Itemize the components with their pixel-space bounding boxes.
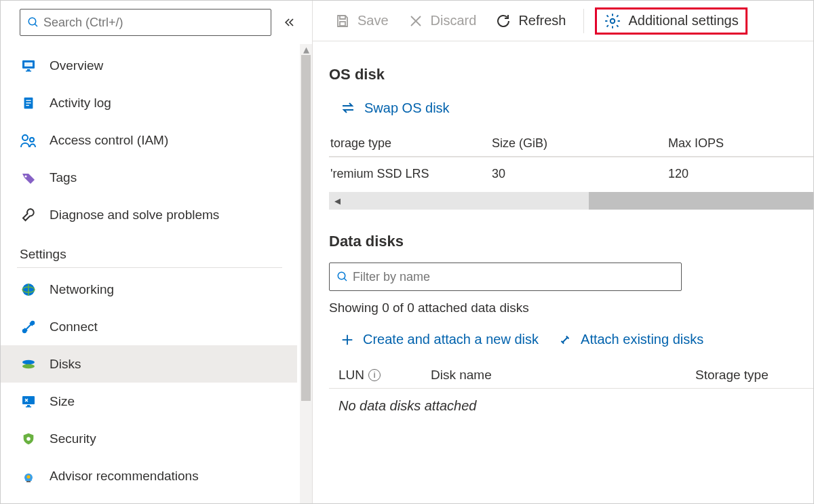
search-icon <box>27 16 39 28</box>
monitor-icon <box>20 57 37 75</box>
main: Save Discard Refresh Additional settings… <box>313 1 813 503</box>
wrench-icon <box>20 206 37 224</box>
sidebar-item-label: Advisor recommendations <box>50 469 199 484</box>
sidebar-item-advisor[interactable]: Advisor recommendations <box>1 457 297 495</box>
svg-point-22 <box>26 437 31 441</box>
link-label: Swap OS disk <box>364 100 450 116</box>
svg-point-11 <box>30 138 34 142</box>
scrollbar-thumb[interactable] <box>589 192 813 210</box>
sidebar-item-label: Diagnose and solve problems <box>50 208 219 222</box>
refresh-icon <box>495 13 511 29</box>
svg-point-12 <box>24 175 26 177</box>
col-lun: LUN <box>338 368 364 383</box>
svg-line-30 <box>344 278 347 281</box>
svg-rect-9 <box>26 104 29 105</box>
sidebar-scrollbar[interactable]: ▴ <box>300 44 312 503</box>
sidebar-item-diagnose[interactable]: Diagnose and solve problems <box>1 196 297 233</box>
sidebar-item-label: Disks <box>50 357 81 372</box>
sidebar-item-overview[interactable]: Overview <box>1 47 297 84</box>
sidebar-item-label: Access control (IAM) <box>50 133 168 148</box>
link-label: Attach existing disks <box>581 332 703 347</box>
sidebar-item-tags[interactable]: Tags <box>1 159 297 196</box>
toolbar: Save Discard Refresh Additional settings <box>313 1 813 41</box>
data-disks-heading: Data disks <box>329 233 813 250</box>
svg-rect-19 <box>22 396 35 404</box>
no-data-disks-message: No data disks attached <box>329 389 813 414</box>
svg-point-23 <box>27 475 31 478</box>
info-icon[interactable]: i <box>368 369 381 381</box>
sidebar-item-label: Activity log <box>50 96 111 111</box>
toolbar-label: Discard <box>431 13 477 28</box>
sidebar-item-activity-log[interactable]: Activity log <box>1 84 297 121</box>
search-box[interactable] <box>20 9 271 36</box>
size-icon <box>20 393 37 410</box>
col-disk-name: Disk name <box>431 368 695 383</box>
toolbar-label: Refresh <box>518 13 566 28</box>
os-val-max-iops: 120 <box>668 167 813 181</box>
sidebar-item-label: Security <box>50 431 96 446</box>
chevron-double-left-icon <box>283 16 296 29</box>
search-input[interactable] <box>39 13 264 33</box>
toolbar-label: Additional settings <box>628 13 738 28</box>
save-button[interactable]: Save <box>328 9 395 33</box>
os-val-size: 30 <box>492 167 668 181</box>
scroll-up-icon: ▴ <box>300 44 312 55</box>
svg-rect-25 <box>340 22 345 26</box>
svg-point-18 <box>22 364 35 368</box>
sidebar-section-settings: Settings <box>17 233 282 268</box>
svg-rect-20 <box>27 405 30 406</box>
sidebar-item-disks[interactable]: Disks <box>1 345 297 383</box>
tag-icon <box>20 169 37 187</box>
search-icon <box>336 271 349 283</box>
svg-rect-21 <box>26 406 31 408</box>
create-attach-disk-button[interactable]: Create and attach a new disk <box>340 332 539 347</box>
svg-rect-7 <box>26 100 31 100</box>
swap-os-disk-button[interactable]: Swap OS disk <box>340 100 450 116</box>
svg-rect-4 <box>27 69 30 71</box>
toolbar-separator <box>583 9 584 33</box>
scroll-left-icon: ◂ <box>329 193 345 208</box>
svg-point-10 <box>22 135 28 140</box>
sidebar-item-connect[interactable]: Connect <box>1 308 297 345</box>
x-icon <box>408 13 424 29</box>
refresh-button[interactable]: Refresh <box>488 9 573 33</box>
content: OS disk Swap OS disk torage type Size (G… <box>313 41 813 414</box>
col-storage-type: Storage type <box>695 368 813 383</box>
disk-actions: Create and attach a new disk Attach exis… <box>340 332 813 347</box>
svg-point-15 <box>31 321 34 324</box>
filter-input[interactable] <box>349 267 674 287</box>
swap-icon <box>340 100 356 116</box>
svg-point-28 <box>610 18 615 23</box>
os-col-size: Size (GiB) <box>492 136 668 151</box>
discard-button[interactable]: Discard <box>401 9 484 33</box>
link-label: Create and attach a new disk <box>363 332 539 347</box>
globe-icon <box>20 281 37 298</box>
svg-point-0 <box>28 18 36 25</box>
additional-settings-button[interactable]: Additional settings <box>595 7 747 35</box>
sidebar-item-security[interactable]: Security <box>1 420 297 457</box>
filter-box[interactable] <box>329 263 682 291</box>
svg-line-1 <box>35 24 37 26</box>
svg-rect-8 <box>26 102 31 103</box>
attach-existing-button[interactable]: Attach existing disks <box>558 332 703 347</box>
plus-icon <box>340 332 355 347</box>
scrollbar-thumb[interactable] <box>301 55 311 401</box>
data-disks-status: Showing 0 of 0 attached data disks <box>329 301 813 315</box>
sidebar-item-label: Overview <box>50 58 103 73</box>
gear-icon <box>604 12 621 30</box>
sidebar-item-networking[interactable]: Networking <box>1 271 297 308</box>
sidebar-item-access-control[interactable]: Access control (IAM) <box>1 121 297 159</box>
collapse-sidebar-button[interactable] <box>279 12 300 33</box>
search-row <box>1 1 312 44</box>
os-table-scrollbar[interactable]: ◂ <box>329 192 813 210</box>
sidebar-item-label: Tags <box>50 170 77 185</box>
svg-rect-24 <box>26 481 31 482</box>
sidebar: Overview Activity log Access control (IA… <box>1 1 313 503</box>
sidebar-item-size[interactable]: Size <box>1 383 297 420</box>
svg-point-17 <box>22 360 35 364</box>
os-disk-heading: OS disk <box>329 66 813 83</box>
sidebar-item-label: Size <box>50 394 75 409</box>
attach-icon <box>558 332 573 347</box>
shield-icon <box>20 430 37 448</box>
data-disk-columns: LUN i Disk name Storage type <box>329 362 813 389</box>
